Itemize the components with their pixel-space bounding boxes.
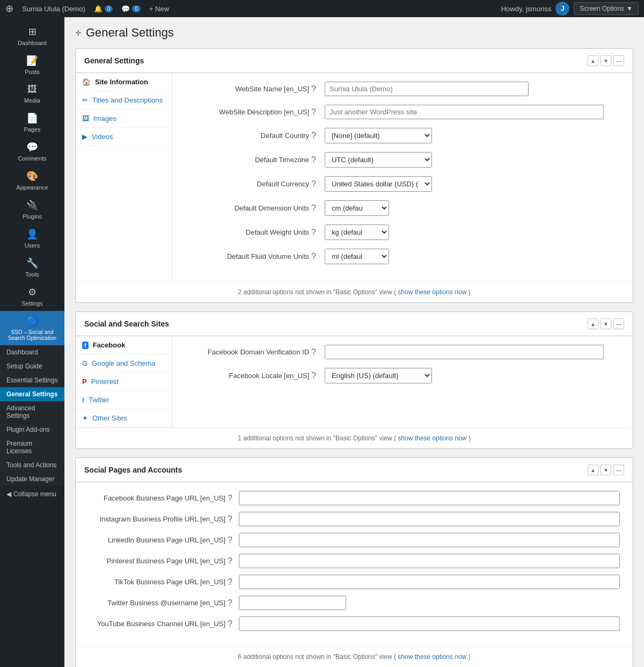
website-description-help-icon[interactable]: ?	[311, 107, 316, 117]
fluid-volume-select[interactable]: ml (defaul	[325, 249, 389, 264]
subnav-label: Facebook	[93, 341, 126, 349]
submenu-item-premium-licenses[interactable]: Premium Licenses	[0, 437, 64, 458]
linkedin-input[interactable]	[239, 533, 620, 547]
social-search-notice-link[interactable]: show these options now	[398, 434, 466, 442]
subnav-videos[interactable]: ▶ Videos	[76, 128, 172, 146]
admin-bar-site[interactable]: Surnia Ulula (Demo)	[22, 5, 85, 13]
default-currency-select[interactable]: United States dollar (USD) (defaul	[325, 176, 432, 192]
social-minimize-button[interactable]: —	[613, 318, 624, 329]
linkedin-help-icon[interactable]: ?	[228, 535, 232, 545]
edit-icon: ✏	[82, 96, 88, 104]
youtube-input[interactable]	[239, 617, 620, 631]
default-timezone-select[interactable]: UTC (default)	[325, 152, 432, 168]
youtube-help-icon[interactable]: ?	[228, 619, 232, 629]
subnav-twitter[interactable]: t Twitter	[76, 391, 172, 409]
sidebar-item-dashboard[interactable]: ⊞ Dashboard	[0, 21, 64, 50]
sidebar-item-comments[interactable]: 💬 Comments	[0, 137, 64, 166]
form-row-fb-page: Facebook Business Page URL [en_US] ?	[89, 491, 620, 505]
social-pages-up-button[interactable]: ▲	[588, 465, 598, 475]
subnav-pinterest[interactable]: P Pinterest	[76, 373, 172, 391]
social-pages-minimize-button[interactable]: —	[613, 465, 624, 475]
fb-page-help-icon[interactable]: ?	[228, 494, 232, 503]
linkedin-label: LinkedIn Business Page URL [en_US] ?	[89, 535, 239, 545]
subnav-facebook[interactable]: f Facebook	[76, 336, 172, 354]
sidebar-item-plugins[interactable]: 🔌 Plugins	[0, 195, 64, 224]
fb-locale-select[interactable]: English (US) (default)	[325, 368, 432, 383]
admin-bar-notifications[interactable]: 🔔 0	[94, 5, 113, 13]
dimension-units-help-icon[interactable]: ?	[311, 204, 316, 213]
default-currency-help-icon[interactable]: ?	[311, 179, 316, 189]
sidebar-item-media[interactable]: 🖼 Media	[0, 79, 64, 108]
twitter-input[interactable]	[239, 596, 346, 610]
social-pages-header: Social Pages and Accounts ▲ ▼ —	[76, 458, 633, 482]
submenu-item-update-manager[interactable]: Update Manager	[0, 472, 64, 486]
submenu-item-advanced-settings[interactable]: Advanced Settings	[0, 401, 64, 423]
fb-verification-input[interactable]	[325, 345, 604, 359]
section-controls: ▲ ▼ —	[588, 55, 624, 66]
section-collapse-up-button[interactable]: ▲	[588, 55, 598, 66]
new-label: + New	[149, 5, 169, 13]
form-row-fb-locale: Facebook Locale [en_US] ? English (US) (…	[185, 368, 620, 383]
form-row-twitter: Twitter Business @username [en_US] ?	[89, 596, 620, 610]
sidebar-item-settings[interactable]: ⚙ Settings	[0, 282, 64, 311]
twitter-help-icon[interactable]: ?	[228, 598, 232, 608]
section-collapse-down-button[interactable]: ▼	[601, 55, 611, 66]
submenu-item-tools-actions[interactable]: Tools and Actions	[0, 458, 64, 472]
sidebar-item-pages[interactable]: 📄 Pages	[0, 108, 64, 137]
default-timezone-help-icon[interactable]: ?	[311, 155, 316, 165]
sidebar-item-tools[interactable]: 🔧 Tools	[0, 253, 64, 282]
subnav-site-information[interactable]: 🏠 Site Information	[76, 73, 172, 91]
submenu-item-dashboard[interactable]: Dashboard	[0, 345, 64, 359]
general-settings-notice-link[interactable]: show these options now	[398, 288, 466, 296]
submenu-item-general-settings[interactable]: General Settings	[0, 387, 64, 401]
social-collapse-up-button[interactable]: ▲	[588, 318, 598, 329]
default-currency-label-text: Default Currency	[257, 180, 310, 188]
instagram-help-icon[interactable]: ?	[228, 514, 232, 524]
default-country-select[interactable]: [None] (default)	[325, 128, 432, 143]
sidebar-item-posts[interactable]: 📝 Posts	[0, 50, 64, 79]
subnav-images[interactable]: 🖼 Images	[76, 110, 172, 128]
tiktok-help-icon[interactable]: ?	[228, 577, 232, 587]
subnav-google-schema[interactable]: G Google and Schema	[76, 354, 172, 373]
website-description-input[interactable]	[325, 105, 604, 119]
weight-units-help-icon[interactable]: ?	[311, 228, 316, 237]
social-collapse-down-button[interactable]: ▼	[601, 318, 611, 329]
dimension-units-select[interactable]: cm (defau	[325, 200, 389, 216]
sidebar-item-label: Dashboard	[18, 40, 47, 46]
admin-bar-new[interactable]: + New	[149, 5, 169, 13]
website-name-input[interactable]	[325, 82, 529, 96]
screen-options-button[interactable]: Screen Options ▼	[574, 2, 639, 15]
notification-icon: 🔔	[94, 5, 103, 13]
pinterest-page-input[interactable]	[239, 554, 620, 568]
social-pages-notice-link[interactable]: show these options now	[398, 653, 466, 661]
sidebar-item-sso[interactable]: 🔵 SSO – Social and Search Optimization	[0, 311, 64, 345]
general-settings-notice: 2 additional options not shown in "Basic…	[76, 281, 633, 302]
fluid-volume-help-icon[interactable]: ?	[311, 252, 316, 262]
tiktok-input[interactable]	[239, 575, 620, 589]
social-pages-down-button[interactable]: ▼	[601, 465, 611, 475]
dashboard-icon: ⊞	[28, 26, 36, 38]
default-country-help-icon[interactable]: ?	[311, 131, 316, 141]
default-country-label-text: Default Country	[261, 132, 309, 140]
submenu-item-essential-settings[interactable]: Essential Settings	[0, 373, 64, 387]
subnav-titles-descriptions[interactable]: ✏ Titles and Descriptions	[76, 91, 172, 110]
plugins-icon: 🔌	[26, 199, 38, 211]
admin-bar-comments[interactable]: 💬 0	[121, 5, 141, 13]
social-search-header: Social and Search Sites ▲ ▼ —	[76, 312, 633, 336]
weight-units-select[interactable]: kg (defaul	[325, 224, 389, 240]
submenu-item-plugin-addons[interactable]: Plugin Add-ons	[0, 423, 64, 437]
pinterest-page-help-icon[interactable]: ?	[228, 556, 232, 566]
website-name-help-icon[interactable]: ?	[311, 84, 316, 94]
wp-logo-icon[interactable]: ⊕	[5, 3, 13, 15]
subnav-other-sites[interactable]: ✦ Other Sites	[76, 409, 172, 427]
instagram-input[interactable]	[239, 512, 620, 526]
fb-page-input[interactable]	[239, 491, 620, 505]
fluid-volume-label-text: Default Fluid Volume Units	[227, 252, 309, 260]
section-minimize-button[interactable]: —	[613, 55, 624, 66]
sidebar-item-appearance[interactable]: 🎨 Appearance	[0, 166, 64, 195]
fb-locale-help-icon[interactable]: ?	[311, 371, 316, 381]
collapse-menu-button[interactable]: ◀ Collapse menu	[0, 486, 64, 502]
fb-verification-help-icon[interactable]: ?	[311, 347, 316, 357]
submenu-item-setup-guide[interactable]: Setup Guide	[0, 359, 64, 373]
sidebar-item-users[interactable]: 👤 Users	[0, 224, 64, 253]
